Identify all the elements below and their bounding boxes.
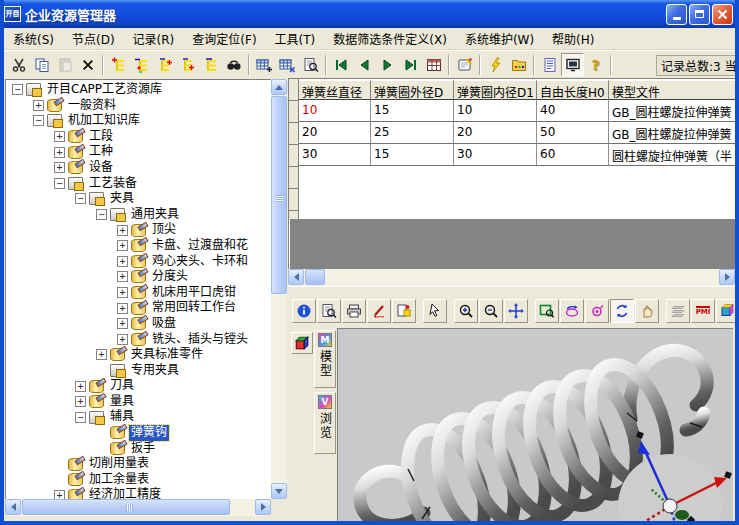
column-header[interactable]: 模型文件: [609, 80, 735, 100]
select-cursor-icon[interactable]: [423, 299, 447, 323]
expand-box[interactable]: +: [117, 240, 128, 251]
row-selector-gutter[interactable]: [289, 79, 299, 219]
menu-tools[interactable]: 工具(T): [266, 28, 325, 49]
expand-box[interactable]: +: [54, 490, 65, 499]
pan-hand-icon[interactable]: [635, 299, 659, 323]
prev-record-icon[interactable]: [353, 53, 376, 76]
execute-icon[interactable]: [484, 53, 507, 76]
last-record-icon[interactable]: [399, 53, 422, 76]
expand-box[interactable]: +: [75, 381, 86, 392]
tree-item[interactable]: +吸盘: [6, 316, 271, 332]
collapse-box[interactable]: −: [33, 115, 44, 126]
properties-icon[interactable]: [453, 53, 476, 76]
layers-icon[interactable]: [666, 299, 690, 323]
copy-icon[interactable]: [30, 53, 53, 76]
titlebar[interactable]: 开目 企业资源管理器: [0, 0, 739, 28]
tree-item[interactable]: +分度头: [6, 269, 271, 285]
tree-item[interactable]: +工种: [6, 144, 271, 160]
insert-child-node-icon[interactable]: [130, 53, 153, 76]
table-row[interactable]: 30153060圆柱螺旋拉伸弹簧（半: [299, 144, 735, 166]
scroll-right-button[interactable]: [255, 499, 271, 515]
scroll-left-button[interactable]: [288, 269, 304, 285]
menu-node[interactable]: 节点(D): [63, 28, 124, 49]
tree-item[interactable]: +鸡心夹头、卡环和: [6, 254, 271, 270]
resource-folder-icon[interactable]: [507, 53, 530, 76]
preview-icon[interactable]: [317, 299, 341, 323]
scroll-left-button[interactable]: [5, 499, 21, 515]
scroll-right-button[interactable]: [719, 269, 735, 285]
tree-vscroll-thumb[interactable]: [271, 96, 287, 294]
expand-box[interactable]: +: [54, 147, 65, 158]
tree-item[interactable]: 弹簧钩: [6, 425, 271, 441]
delete-icon[interactable]: [76, 53, 99, 76]
column-header[interactable]: 自由长度H0: [537, 80, 609, 100]
tree-item[interactable]: +卡盘、过渡盘和花: [6, 238, 271, 254]
expand-box[interactable]: +: [117, 271, 128, 282]
tree-vertical-scrollbar[interactable]: [271, 79, 287, 499]
tree-horizontal-scrollbar[interactable]: [5, 499, 271, 516]
export-image-icon[interactable]: [392, 299, 416, 323]
pan-axes-icon[interactable]: [504, 299, 528, 323]
tree-item[interactable]: +铣头、插头与镗头: [6, 332, 271, 348]
insert-node-above-icon[interactable]: [107, 53, 130, 76]
collapse-box[interactable]: −: [96, 209, 107, 220]
first-record-icon[interactable]: [330, 53, 353, 76]
monitor-icon[interactable]: [561, 53, 584, 76]
expand-box[interactable]: +: [117, 303, 128, 314]
edit-node-icon[interactable]: [176, 53, 199, 76]
print-icon[interactable]: [342, 299, 366, 323]
close-button[interactable]: [712, 4, 733, 25]
menu-query-locate[interactable]: 查询定位(F): [183, 28, 265, 49]
zoom-window-icon[interactable]: [535, 299, 559, 323]
orbit-icon[interactable]: [560, 299, 584, 323]
tree-item[interactable]: +工段: [6, 129, 271, 145]
column-header[interactable]: 弹簧丝直径: [299, 80, 371, 100]
tree-item[interactable]: +刀具: [6, 378, 271, 394]
tree-item[interactable]: −开目CAPP工艺资源库: [6, 82, 271, 98]
tree-item[interactable]: 切削用量表: [6, 456, 271, 472]
append-node-icon[interactable]: [153, 53, 176, 76]
delete-record-icon[interactable]: [276, 53, 299, 76]
scroll-down-button[interactable]: [271, 483, 287, 499]
tree-item[interactable]: +设备: [6, 160, 271, 176]
tree-item[interactable]: −机加工知识库: [6, 113, 271, 129]
model-canvas[interactable]: e-works: [337, 328, 733, 525]
expand-box[interactable]: +: [117, 256, 128, 267]
preview-icon[interactable]: [299, 53, 322, 76]
table-row[interactable]: 10151040GB_圆柱螺旋拉伸弹簧: [299, 100, 735, 122]
collapse-box[interactable]: −: [75, 412, 86, 423]
grid-horizontal-scrollbar[interactable]: [288, 269, 735, 286]
annotate-icon[interactable]: [367, 299, 391, 323]
tree-item[interactable]: 扳手: [6, 441, 271, 457]
tree-item[interactable]: 加工余量表: [6, 472, 271, 488]
expand-box[interactable]: +: [75, 396, 86, 407]
rotate-icon[interactable]: [610, 299, 634, 323]
tree-item[interactable]: −工艺装备: [6, 176, 271, 192]
expand-box[interactable]: +: [54, 162, 65, 173]
expand-box[interactable]: +: [96, 349, 107, 360]
expand-box[interactable]: +: [117, 225, 128, 236]
collapse-box[interactable]: −: [75, 193, 86, 204]
tree-item[interactable]: −辅具: [6, 409, 271, 425]
column-header[interactable]: 弹簧圈内径D1: [454, 80, 537, 100]
collapse-box[interactable]: −: [54, 178, 65, 189]
scroll-up-button[interactable]: [271, 79, 287, 95]
menu-filter-define[interactable]: 数据筛选条件定义(X): [324, 28, 456, 49]
expand-box[interactable]: +: [117, 318, 128, 329]
expand-box[interactable]: +: [33, 100, 44, 111]
add-record-icon[interactable]: [253, 53, 276, 76]
spin-icon[interactable]: [585, 299, 609, 323]
zoom-in-icon[interactable]: [454, 299, 478, 323]
grid-hscroll-thumb[interactable]: [305, 269, 325, 285]
pmi-icon[interactable]: PMI: [691, 299, 715, 323]
render-mode-icon[interactable]: [716, 299, 739, 323]
tree-item[interactable]: −通用夹具: [6, 207, 271, 223]
tree-item[interactable]: +经济加工精度: [6, 487, 271, 499]
grid-view-icon[interactable]: [422, 53, 445, 76]
maximize-button[interactable]: [689, 4, 710, 25]
tree-item[interactable]: +顶尖: [6, 222, 271, 238]
tree-item[interactable]: 专用夹具: [6, 363, 271, 379]
tree-hscroll-thumb[interactable]: [22, 499, 230, 515]
tab-browse[interactable]: V 浏览: [314, 392, 336, 454]
expand-box[interactable]: +: [117, 334, 128, 345]
